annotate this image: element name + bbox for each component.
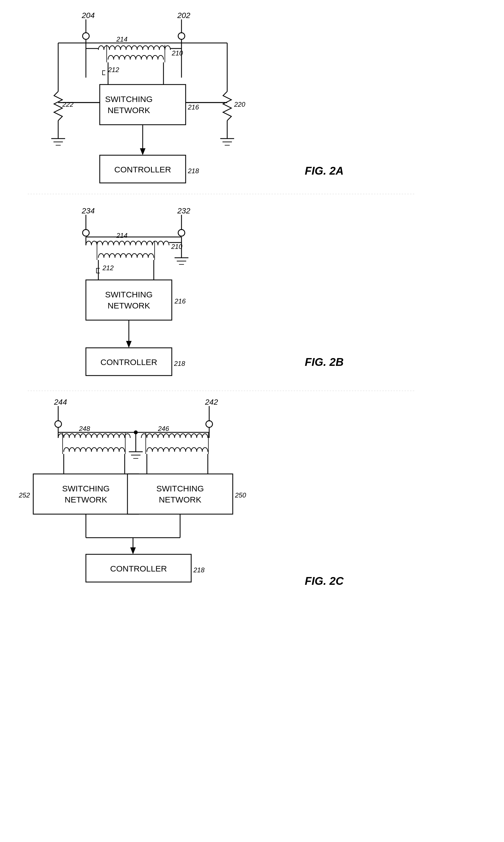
ref-210-b: 210 (171, 243, 183, 250)
ref-204: 204 (82, 11, 95, 20)
fig-2b-label: FIG. 2B (305, 356, 344, 368)
page: 204 202 214 210 212 SWITCHING NETWORK 21… (0, 0, 504, 842)
fig-2c-label: FIG. 2C (305, 575, 344, 587)
ref-218-c: 218 (193, 566, 205, 574)
switching-network-label2-2b: NETWORK (108, 301, 150, 310)
svg-point-53 (206, 421, 213, 427)
fig-2a-label: FIG. 2A (305, 165, 344, 177)
ref-234: 234 (82, 207, 95, 215)
switching-network-label-2b: SWITCHING (105, 290, 153, 299)
ref-218-a: 218 (187, 167, 199, 175)
switching-network-2c-left (33, 474, 139, 514)
switching-network-2c-right (127, 474, 233, 514)
ref-216-b: 216 (174, 298, 186, 305)
switching-network-right-label-2c: SWITCHING (156, 484, 204, 493)
ref-214-b: 214 (116, 232, 127, 239)
ref-210-a: 210 (172, 49, 183, 57)
ref-202: 202 (177, 11, 190, 20)
svg-point-3 (178, 33, 185, 39)
switching-network-2b (86, 280, 172, 320)
ref-252: 252 (19, 491, 30, 499)
svg-marker-75 (130, 548, 136, 554)
ref-242: 242 (205, 398, 218, 406)
switching-network-label-2a: SWITCHING (105, 94, 153, 104)
ref-222-a: 222 (62, 101, 73, 108)
ref-244: 244 (54, 398, 67, 406)
ref-246: 246 (158, 425, 169, 432)
diagram-svg: 204 202 214 210 212 SWITCHING NETWORK 21… (0, 0, 504, 842)
ref-216-a: 216 (187, 103, 199, 111)
svg-point-35 (178, 230, 185, 236)
ref-212-a: 212 (108, 66, 119, 73)
svg-point-1 (83, 33, 89, 39)
svg-point-33 (83, 230, 89, 236)
controller-label-2a: CONTROLLER (114, 165, 171, 174)
svg-point-51 (55, 421, 61, 427)
ref-248: 248 (79, 425, 90, 432)
switching-network-label2-2a: NETWORK (108, 106, 150, 115)
ref-220-a: 220 (234, 101, 246, 108)
controller-label-2b: CONTROLLER (100, 358, 157, 367)
ref-212-b: 212 (102, 264, 113, 272)
ref-232: 232 (177, 207, 190, 215)
switching-network-right-label2-2c: NETWORK (159, 495, 201, 504)
ref-250: 250 (235, 491, 246, 499)
ref-218-b: 218 (174, 360, 185, 367)
svg-marker-48 (126, 341, 132, 348)
ref-214-a: 214 (116, 35, 127, 43)
svg-marker-30 (140, 148, 145, 155)
switching-network-left-label-2c: SWITCHING (62, 484, 110, 493)
switching-network-left-label2-2c: NETWORK (65, 495, 107, 504)
controller-label-2c: CONTROLLER (110, 564, 167, 573)
switching-network-2a (100, 85, 186, 125)
